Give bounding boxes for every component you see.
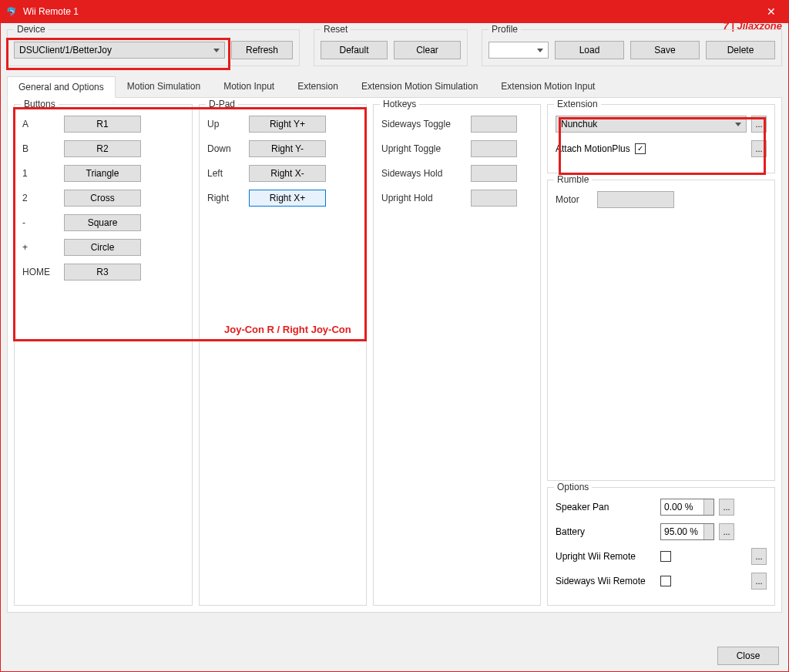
binding-down[interactable]: Right Y- [249, 140, 326, 157]
annotation-joycon-label: Joy-Con R / Right Joy-Con [224, 324, 351, 335]
tab-ext-motion-sim[interactable]: Extension Motion Simulation [350, 76, 489, 97]
hotkeys-panel: Hotkeys Sideways Toggle Upright Toggle S… [373, 104, 541, 606]
reset-label: Reset [321, 24, 351, 35]
binding-minus[interactable]: Square [64, 214, 141, 231]
button-label-b: B [22, 143, 59, 154]
button-label-minus: - [22, 217, 59, 228]
binding-up[interactable]: Right Y+ [249, 116, 326, 133]
rumble-panel: Rumble Motor [547, 180, 775, 481]
tab-ext-motion-input[interactable]: Extension Motion Input [489, 76, 606, 97]
speaker-pan-more-button[interactable]: ... [719, 499, 734, 516]
speaker-pan-value: 0.00 % [664, 502, 693, 512]
rumble-title: Rumble [554, 174, 592, 185]
dpad-label-right: Right [207, 193, 244, 203]
clear-button[interactable]: Clear [394, 41, 461, 59]
hotkey-label-upright-toggle: Upright Toggle [381, 143, 466, 154]
load-button[interactable]: Load [555, 41, 624, 59]
battery-label: Battery [556, 526, 656, 537]
dolphin-icon: 🐬 [6, 7, 18, 17]
button-label-plus: + [22, 242, 59, 253]
binding-a[interactable]: R1 [64, 116, 141, 133]
sideways-wii-more-button[interactable]: ... [751, 573, 767, 590]
profile-combo[interactable] [489, 42, 549, 59]
sideways-wii-label: Sideways Wii Remote [556, 576, 656, 586]
hotkey-label-upright-hold: Upright Hold [381, 193, 466, 203]
binding-1[interactable]: Triangle [64, 165, 141, 182]
tab-bar: General and Options Motion Simulation Mo… [7, 76, 782, 98]
binding-b[interactable]: R2 [64, 140, 141, 157]
binding-2[interactable]: Cross [64, 190, 141, 207]
attach-motionplus-checkbox[interactable] [635, 143, 646, 154]
binding-plus[interactable]: Circle [64, 239, 141, 256]
device-combo[interactable]: DSUClient/1/BetterJoy [14, 42, 225, 59]
motor-label: Motor [556, 194, 593, 205]
button-label-1: 1 [22, 168, 59, 179]
attach-motionplus-label: Attach MotionPlus [556, 143, 630, 154]
binding-left[interactable]: Right X- [249, 165, 326, 182]
profile-label: Profile [489, 24, 521, 35]
profile-group: Profile Load Save Delete [482, 29, 782, 66]
device-group: Device DSUClient/1/BetterJoy Refresh [7, 29, 300, 66]
button-label-home: HOME [22, 267, 59, 277]
hotkey-label-sideways-toggle: Sideways Toggle [381, 119, 466, 129]
titlebar: 🐬 Wii Remote 1 ✕ [0, 0, 789, 23]
save-button[interactable]: Save [630, 41, 700, 59]
dpad-label-left: Left [207, 168, 244, 179]
tab-motion-input[interactable]: Motion Input [212, 76, 286, 97]
tab-content: Buttons AR1 BR2 1Triangle 2Cross -Square… [7, 98, 782, 613]
delete-button[interactable]: Delete [706, 41, 775, 59]
extension-combo[interactable]: Nunchuk [556, 116, 747, 133]
extension-more-button[interactable]: ... [751, 116, 767, 133]
speaker-pan-label: Speaker Pan [556, 502, 656, 512]
speaker-pan-spin[interactable]: 0.00 %▲▼ [660, 499, 714, 516]
reset-group: Reset Default Clear [314, 29, 468, 66]
battery-more-button[interactable]: ... [719, 523, 734, 540]
binding-motor[interactable] [597, 191, 674, 208]
tab-extension[interactable]: Extension [286, 76, 350, 97]
options-title: Options [554, 482, 592, 492]
binding-upright-toggle[interactable] [471, 140, 517, 157]
window-title: Wii Remote 1 [23, 6, 754, 17]
hotkey-label-sideways-hold: Sideways Hold [381, 168, 466, 179]
device-selected: DSUClient/1/BetterJoy [19, 45, 112, 55]
extension-title: Extension [554, 99, 601, 109]
battery-spin[interactable]: 95.00 %▲▼ [660, 523, 714, 540]
dpad-label-down: Down [207, 143, 244, 154]
binding-sideways-toggle[interactable] [471, 116, 517, 133]
default-button[interactable]: Default [321, 41, 388, 59]
device-label: Device [14, 24, 49, 35]
top-row: Device DSUClient/1/BetterJoy Refresh Res… [7, 29, 782, 66]
upright-wii-label: Upright Wii Remote [556, 551, 656, 562]
refresh-button[interactable]: Refresh [231, 41, 293, 59]
binding-upright-hold[interactable] [471, 190, 517, 207]
buttons-title: Buttons [21, 99, 59, 109]
binding-right[interactable]: Right X+ [249, 190, 326, 207]
dpad-panel: D-Pad UpRight Y+ DownRight Y- LeftRight … [199, 104, 367, 606]
dpad-title: D-Pad [206, 99, 238, 109]
close-button[interactable]: Close [717, 647, 779, 665]
buttons-panel: Buttons AR1 BR2 1Triangle 2Cross -Square… [14, 104, 193, 606]
tab-motion-sim[interactable]: Motion Simulation [116, 76, 212, 97]
battery-value: 95.00 % [664, 526, 698, 537]
upright-wii-checkbox[interactable] [660, 551, 671, 562]
extension-selected: Nunchuk [561, 119, 597, 129]
button-label-2: 2 [22, 193, 59, 203]
upright-wii-more-button[interactable]: ... [751, 548, 767, 565]
footer: Close [717, 647, 779, 665]
attach-motionplus-more-button[interactable]: ... [751, 140, 767, 157]
hotkeys-title: Hotkeys [380, 99, 419, 109]
window-body: 7 | Jilaxzone Device DSUClient/1/BetterJ… [0, 23, 789, 672]
dpad-label-up: Up [207, 119, 244, 129]
options-panel: Options Speaker Pan 0.00 %▲▼ ... Battery… [547, 487, 775, 606]
tab-general[interactable]: General and Options [7, 76, 116, 98]
binding-sideways-hold[interactable] [471, 165, 517, 182]
extension-panel: Extension Nunchuk ... Attach MotionPlus … [547, 104, 775, 173]
binding-home[interactable]: R3 [64, 264, 141, 281]
button-label-a: A [22, 119, 59, 129]
sideways-wii-checkbox[interactable] [660, 576, 671, 586]
